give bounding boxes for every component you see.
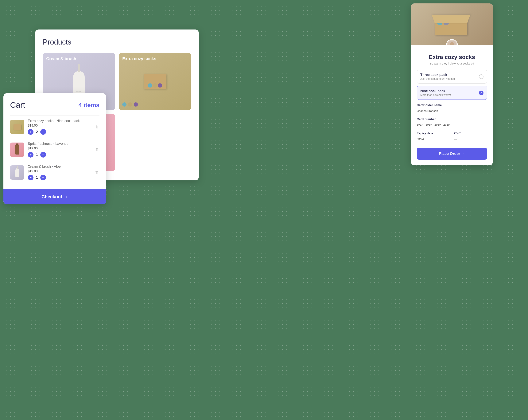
socks-qty-increase[interactable]: − [40, 129, 46, 135]
spritz-qty-increase[interactable]: − [40, 152, 46, 158]
form-expiry-cvc-row: Expiry date CVC [417, 132, 487, 146]
expiry-label: Expiry date [417, 132, 450, 135]
cart-item-cream-info: Cream & brush - Aloe $19.00 + 1 − [28, 165, 91, 180]
product-cream-label: Cream & brush [46, 56, 76, 61]
color-dot-tan [128, 102, 132, 107]
cart-item-socks-info: Extra cozy socks - Nine sock pack $19.00… [28, 119, 91, 135]
detail-product-title: Extra cozy socks [417, 54, 487, 60]
cream-delete-icon[interactable]: 🗑 [94, 170, 99, 175]
cart-item-cream-price: $19.00 [28, 169, 91, 173]
spritz-qty-decrease[interactable]: + [28, 152, 34, 158]
cart-item-socks-price: $19.00 [28, 124, 91, 127]
spritz-qty-value: 1 [35, 153, 38, 157]
cart-item-socks-thumb [10, 120, 24, 134]
checkout-button[interactable]: Checkout → [3, 189, 106, 204]
option-nine-sock-desc: More than a weeks worth! [420, 93, 451, 97]
cart-item-cream-name: Cream & brush - Aloe [28, 165, 91, 169]
product-card-socks[interactable]: Extra cozy socks [119, 53, 191, 110]
detail-hero-bg [411, 3, 493, 45]
cvc-label: CVC [454, 132, 487, 135]
cart-item-count: 4 items [79, 102, 99, 109]
cart-item-cream-controls: + 1 − [28, 175, 91, 180]
option-three-sock-name: Three sock pack [420, 73, 455, 77]
products-title: Products [43, 38, 191, 46]
detail-product-subtitle: So warm they'll blow your socks off [417, 62, 487, 65]
cardholder-label: Cardholder name [417, 103, 487, 107]
cart-item-spritz-name: Spritz freshness - Lavender [28, 142, 91, 146]
cart-item-spritz-controls: + 1 − [28, 152, 91, 158]
cream-qty-increase[interactable]: − [40, 175, 46, 180]
expiry-input[interactable] [417, 136, 450, 142]
color-dot-purple [134, 102, 138, 107]
cart-item-cream-thumb [10, 165, 24, 180]
cart-item-spritz-price: $19.00 [28, 147, 91, 150]
place-order-button[interactable]: Place Order → [417, 148, 487, 160]
option-nine-sock-name: Nine sock pack [420, 89, 451, 93]
detail-box-lid [432, 15, 470, 24]
option-nine-sock-radio: ✓ [479, 91, 483, 95]
cream-qty-decrease[interactable]: + [28, 175, 34, 180]
detail-panel: Extra cozy socks So warm they'll blow yo… [411, 3, 493, 165]
form-expiry-col: Expiry date [417, 132, 450, 146]
socks-delete-icon[interactable]: 🗑 [94, 124, 99, 130]
card-number-input[interactable] [417, 122, 487, 128]
option-card-nine-sock[interactable]: Nine sock pack More than a weeks worth! … [417, 86, 487, 100]
card-number-label: Card number [417, 118, 487, 121]
socks-qty-value: 2 [35, 130, 38, 134]
cart-header: Cart 4 items [10, 100, 99, 110]
cart-item-spritz: Spritz freshness - Lavender $19.00 + 1 −… [10, 138, 99, 161]
option-three-sock-radio [479, 74, 483, 79]
option-card-three-sock[interactable]: Three sock pack Just the right amount ne… [417, 70, 487, 84]
cart-item-socks-name: Extra cozy socks - Nine sock pack [28, 119, 91, 123]
product-card-socks-image [119, 53, 191, 110]
cart-item-cream: Cream & brush - Aloe $19.00 + 1 − 🗑 [10, 161, 99, 184]
spritz-delete-icon[interactable]: 🗑 [94, 147, 99, 153]
socks-box [144, 74, 167, 89]
detail-body: Extra cozy socks So warm they'll blow yo… [411, 45, 493, 165]
detail-hero [411, 3, 493, 45]
product-socks-colors [122, 102, 138, 107]
cream-qty-value: 1 [35, 176, 38, 180]
option-nine-sock-text: Nine sock pack More than a weeks worth! [420, 89, 451, 97]
cart-item-spritz-info: Spritz freshness - Lavender $19.00 + 1 − [28, 142, 91, 158]
cart-panel: Cart 4 items Extra cozy socks - Nine soc… [3, 93, 106, 204]
detail-hero-box-container [435, 14, 469, 35]
cream-bottle: LOTION [73, 71, 85, 96]
cart-title: Cart [10, 100, 25, 110]
cvc-input[interactable] [454, 136, 487, 142]
product-socks-label: Extra cozy socks [122, 56, 156, 61]
cart-item-socks-controls: + 2 − [28, 129, 91, 135]
color-dot-teal [122, 102, 126, 107]
cardholder-input[interactable] [417, 108, 487, 114]
option-three-sock-desc: Just the right amount needed [420, 77, 455, 80]
cart-item-socks: Extra cozy socks - Nine sock pack $19.00… [10, 115, 99, 138]
payment-form: Cardholder name Card number Expiry date … [417, 103, 487, 160]
socks-qty-decrease[interactable]: + [28, 129, 34, 135]
cart-item-spritz-thumb [10, 143, 24, 157]
form-cvc-col: CVC [454, 132, 487, 146]
option-three-sock-text: Three sock pack Just the right amount ne… [420, 73, 455, 80]
